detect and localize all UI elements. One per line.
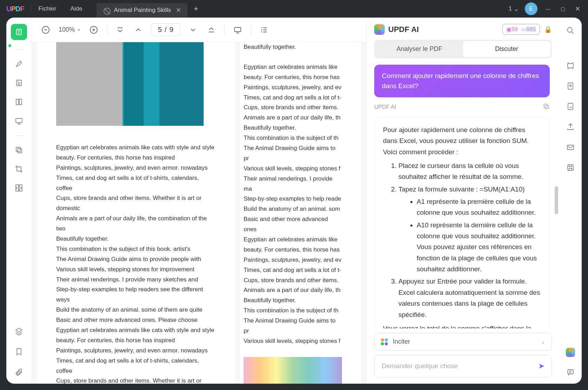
main-area: 100%▼ 5 / 9 Egyptian art celebrates anim… bbox=[32, 18, 366, 384]
comments-icon[interactable] bbox=[565, 367, 576, 377]
email-icon[interactable] bbox=[565, 142, 576, 152]
protect-icon[interactable] bbox=[565, 101, 576, 112]
layers-icon[interactable] bbox=[14, 326, 24, 337]
tab-icon bbox=[103, 7, 109, 13]
divider bbox=[31, 5, 31, 13]
convert-icon[interactable] bbox=[565, 81, 576, 91]
close-button[interactable]: ✕ bbox=[573, 5, 582, 13]
workspace: 100%▼ 5 / 9 Egyptian art celebrates anim… bbox=[6, 18, 582, 384]
chevron-down-icon: ⌄ bbox=[514, 6, 518, 12]
form-icon[interactable] bbox=[14, 78, 24, 88]
svg-rect-18 bbox=[568, 103, 573, 110]
outline-button[interactable] bbox=[259, 25, 269, 35]
ai-message: Pour ajouter rapidement une colonne de c… bbox=[374, 117, 550, 329]
inciter-icon bbox=[381, 338, 388, 345]
svg-rect-12 bbox=[234, 27, 241, 32]
prev-page-button[interactable] bbox=[133, 25, 144, 35]
page-left: Egyptian art celebrates animals like cat… bbox=[37, 42, 235, 384]
last-page-button[interactable] bbox=[206, 25, 217, 35]
ai-panel: UPDF AI ▣99 ▭985 🔒 Analyser le PDF Discu… bbox=[366, 18, 560, 384]
page-right: Beautifully together. Egyptian art celeb… bbox=[240, 42, 361, 384]
svg-rect-4 bbox=[19, 99, 22, 105]
send-button[interactable]: ➤ bbox=[538, 362, 544, 371]
chevron-down-icon: ▼ bbox=[77, 28, 81, 32]
tab-title: Animal Painting Skills bbox=[114, 7, 171, 14]
slideshow-icon[interactable] bbox=[14, 116, 24, 126]
reader-mode-button[interactable] bbox=[11, 24, 27, 40]
tab-discuss[interactable]: Discuter bbox=[463, 41, 550, 57]
page-image-2 bbox=[244, 357, 342, 384]
app-logo: UPDF bbox=[6, 5, 24, 13]
bookmark-icon[interactable] bbox=[14, 346, 24, 357]
highlight-icon[interactable] bbox=[14, 59, 24, 69]
svg-rect-14 bbox=[544, 104, 547, 108]
right-toolbar bbox=[560, 18, 582, 384]
current-page: 5 bbox=[158, 26, 162, 34]
inciter-dropdown[interactable]: Inciter ⌄ bbox=[374, 333, 552, 351]
menu-file[interactable]: Fichier bbox=[38, 5, 56, 12]
export-icon[interactable] bbox=[565, 122, 576, 132]
credits-badge[interactable]: ▣99 ▭985 bbox=[502, 24, 540, 35]
ai-scrollbar[interactable] bbox=[555, 186, 558, 214]
ai-panel-icon[interactable] bbox=[565, 347, 576, 358]
compare-icon[interactable] bbox=[14, 183, 24, 193]
user-avatar[interactable]: E bbox=[525, 2, 537, 15]
maximize-button[interactable]: ▢ bbox=[559, 6, 567, 12]
ai-chat: Comment ajouter rapidement une colonne d… bbox=[374, 65, 552, 329]
document-viewport[interactable]: Egyptian art celebrates animals like cat… bbox=[32, 42, 366, 384]
left-toolbar bbox=[6, 18, 32, 384]
chat-input[interactable] bbox=[382, 362, 538, 370]
document-tab[interactable]: Animal Painting Skills ✕ bbox=[97, 3, 188, 17]
zoom-in-button[interactable] bbox=[88, 25, 99, 35]
titlebar: UPDF Fichier Aide Animal Painting Skills… bbox=[0, 0, 588, 18]
ai-tabs: Analyser le PDF Discuter bbox=[374, 40, 552, 58]
save-icon[interactable] bbox=[565, 162, 576, 173]
ai-logo-icon bbox=[374, 24, 385, 35]
svg-rect-5 bbox=[16, 118, 22, 123]
svg-rect-20 bbox=[568, 165, 573, 170]
next-page-button[interactable] bbox=[188, 25, 198, 35]
first-page-button[interactable] bbox=[115, 25, 125, 35]
minimize-button[interactable]: — bbox=[544, 6, 552, 12]
copy-icon[interactable] bbox=[543, 103, 550, 111]
ai-title: UPDF AI bbox=[388, 25, 419, 34]
svg-rect-7 bbox=[16, 147, 20, 151]
search-icon[interactable] bbox=[565, 25, 576, 36]
total-pages: 9 bbox=[170, 26, 173, 34]
new-tab-button[interactable]: + bbox=[194, 4, 198, 13]
page-indicator[interactable]: 5 / 9 bbox=[151, 23, 180, 36]
chat-input-box: ➤ bbox=[374, 355, 552, 377]
svg-rect-19 bbox=[567, 145, 574, 150]
user-message: Comment ajouter rapidement une colonne d… bbox=[374, 65, 550, 97]
copy-icon[interactable] bbox=[14, 145, 24, 155]
tab-count-dropdown[interactable]: 1⌄ bbox=[509, 6, 518, 12]
attachment-icon[interactable] bbox=[14, 367, 24, 377]
ai-message-label: UPDF AI bbox=[374, 103, 550, 111]
svg-rect-6 bbox=[18, 149, 22, 153]
svg-rect-13 bbox=[545, 105, 548, 109]
svg-rect-21 bbox=[568, 370, 573, 374]
svg-rect-3 bbox=[16, 99, 19, 105]
svg-point-15 bbox=[567, 27, 572, 32]
zoom-out-button[interactable] bbox=[40, 25, 51, 35]
page-image bbox=[56, 42, 204, 126]
pages-icon[interactable] bbox=[14, 97, 24, 107]
zoom-level[interactable]: 100%▼ bbox=[59, 26, 81, 33]
ai-input-area: Inciter ⌄ ➤ bbox=[374, 333, 552, 377]
tab-analyze-pdf[interactable]: Analyser le PDF bbox=[376, 41, 463, 57]
ocr-icon[interactable] bbox=[565, 60, 576, 71]
present-button[interactable] bbox=[232, 25, 243, 35]
tab-close-icon[interactable]: ✕ bbox=[176, 6, 181, 14]
ai-header: UPDF AI ▣99 ▭985 🔒 bbox=[374, 24, 552, 35]
svg-rect-16 bbox=[568, 64, 573, 68]
menu-help[interactable]: Aide bbox=[70, 5, 82, 12]
crop-icon[interactable] bbox=[14, 164, 24, 174]
chevron-down-icon: ⌄ bbox=[541, 338, 545, 345]
page-toolbar: 100%▼ 5 / 9 bbox=[32, 18, 366, 42]
svg-rect-17 bbox=[568, 83, 573, 89]
lock-icon[interactable]: 🔒 bbox=[544, 26, 552, 33]
